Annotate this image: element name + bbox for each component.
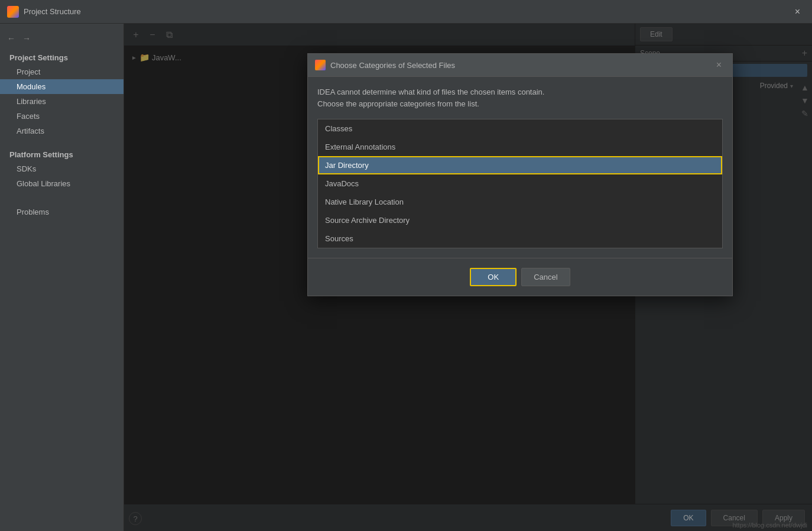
sidebar-item-sdks[interactable]: SDKs <box>0 161 124 176</box>
nav-forward-button[interactable]: → <box>20 32 33 45</box>
dialog-item-classes[interactable]: Classes <box>318 119 722 138</box>
window-close-button[interactable]: × <box>790 4 805 20</box>
sidebar-item-global-libraries[interactable]: Global Libraries <box>0 176 124 191</box>
sidebar-item-libraries[interactable]: Libraries <box>0 94 124 109</box>
project-settings-section: Project Settings <box>0 48 124 64</box>
sidebar-nav: ← → <box>0 28 124 48</box>
dialog-item-native-library[interactable]: Native Library Location <box>318 193 722 211</box>
dialog-titlebar: Choose Categories of Selected Files × <box>308 54 732 77</box>
content-area: + − ⧉ ► 📁 JavaW... Edit Scope + <box>124 24 812 531</box>
dialog-item-source-archive[interactable]: Source Archive Directory <box>318 211 722 229</box>
sidebar: ← → Project Settings Project Modules Lib… <box>0 24 124 531</box>
sidebar-item-artifacts[interactable]: Artifacts <box>0 124 124 138</box>
dialog-item-sources[interactable]: Sources <box>318 229 722 248</box>
dialog-item-javadocs[interactable]: JavaDocs <box>318 174 722 193</box>
dialog-list: Classes External Annotations Jar Directo… <box>317 119 723 248</box>
sidebar-item-modules[interactable]: Modules <box>0 79 124 94</box>
dialog-footer: OK Cancel <box>308 258 732 296</box>
dialog: Choose Categories of Selected Files × ID… <box>307 53 733 296</box>
sidebar-item-facets[interactable]: Facets <box>0 109 124 124</box>
dialog-description: IDEA cannot determine what kind of files… <box>317 86 723 109</box>
platform-settings-section: Platform Settings <box>0 145 124 161</box>
dialog-title: Choose Categories of Selected Files <box>330 61 713 70</box>
dialog-item-external-annotations[interactable]: External Annotations <box>318 138 722 156</box>
nav-back-button[interactable]: ← <box>5 32 18 45</box>
sidebar-item-problems[interactable]: Problems <box>0 203 124 221</box>
dialog-body: IDEA cannot determine what kind of files… <box>308 77 732 258</box>
window-title: Project Structure <box>24 7 81 16</box>
dialog-item-jar-directory[interactable]: Jar Directory <box>318 156 722 174</box>
dialog-close-button[interactable]: × <box>713 59 725 72</box>
main-layout: ← → Project Settings Project Modules Lib… <box>0 24 812 531</box>
dialog-ok-button[interactable]: OK <box>470 268 517 286</box>
title-bar: Project Structure × <box>0 0 812 24</box>
sidebar-item-project[interactable]: Project <box>0 64 124 79</box>
dialog-app-icon <box>315 60 326 70</box>
dialog-cancel-button[interactable]: Cancel <box>521 268 570 286</box>
app-icon <box>7 6 19 18</box>
